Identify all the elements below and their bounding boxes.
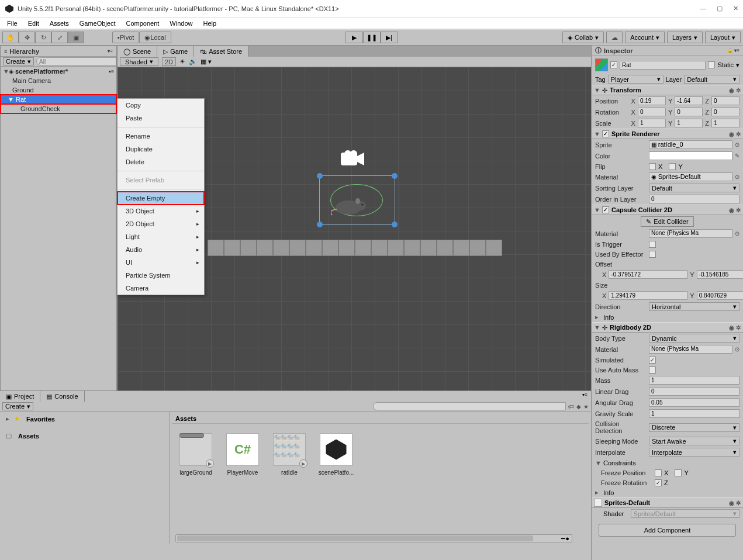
ctx-2d-object[interactable]: 2D Object▸ xyxy=(118,217,204,230)
pos-x[interactable] xyxy=(638,96,666,105)
minimize-button[interactable]: — xyxy=(700,5,706,12)
hierarchy-search[interactable] xyxy=(36,57,116,65)
search-type-icon[interactable]: ◆ xyxy=(576,403,581,410)
mass-field[interactable] xyxy=(649,376,739,385)
angulardrag-field[interactable] xyxy=(649,398,739,407)
transform-header[interactable]: ▼⊹ Transform◉ ✲ xyxy=(592,85,743,95)
handle-icon[interactable] xyxy=(317,222,323,227)
hierarchy-item-camera[interactable]: Main Camera xyxy=(1,76,116,85)
pos-y[interactable] xyxy=(675,96,703,105)
layers-dropdown[interactable]: Layers ▾ xyxy=(667,32,703,43)
rotate-tool-button[interactable]: ↻ xyxy=(35,32,51,43)
bodytype-dropdown[interactable]: Dynamic▾ xyxy=(649,334,739,343)
hand-tool-button[interactable]: ✋ xyxy=(2,32,19,43)
asset-playermove[interactable]: C# PlayerMove xyxy=(224,433,261,476)
collision-dropdown[interactable]: Discrete▾ xyxy=(649,423,739,432)
shader-dropdown[interactable]: Sprites/Default▾ xyxy=(631,509,739,518)
search-filter-icon[interactable]: 🏷 xyxy=(568,403,574,410)
search-save-icon[interactable]: ★ xyxy=(583,403,589,410)
freeze-pos-x[interactable] xyxy=(655,469,662,476)
ctx-ui[interactable]: UI▸ xyxy=(118,256,204,269)
name-field[interactable] xyxy=(620,61,706,70)
scene-root-item[interactable]: ▼◈ scenePlatformer*▾≡ xyxy=(1,67,116,76)
eyedropper-icon[interactable]: ✎ xyxy=(735,153,739,159)
tag-dropdown[interactable]: Player▾ xyxy=(608,75,663,84)
sprite-renderer-header[interactable]: ▼✓ Sprite Renderer◉ ✲ xyxy=(592,129,743,139)
layer-dropdown[interactable]: Default▾ xyxy=(684,75,739,84)
object-picker-icon[interactable]: ⊙ xyxy=(735,230,739,237)
2d-toggle[interactable]: 2D xyxy=(162,57,176,66)
ctx-particle[interactable]: Particle System xyxy=(118,269,204,282)
menu-assets[interactable]: Assets xyxy=(45,19,74,28)
interpolate-dropdown[interactable]: Interpolate▾ xyxy=(649,448,739,457)
automass-checkbox[interactable] xyxy=(649,367,656,374)
play-button[interactable]: ▶ xyxy=(345,32,363,43)
shaded-dropdown[interactable]: Shaded ▾ xyxy=(120,57,158,66)
effector-checkbox[interactable] xyxy=(649,251,656,258)
flip-x-checkbox[interactable] xyxy=(649,163,656,170)
gravity-field[interactable] xyxy=(649,409,739,418)
local-toggle[interactable]: ◉ Local xyxy=(139,32,171,43)
tab-scene[interactable]: ◯ Scene xyxy=(118,46,157,57)
trigger-checkbox[interactable] xyxy=(649,241,656,248)
hierarchy-item-groundcheck[interactable]: GroundCheck xyxy=(1,104,116,113)
move-tool-button[interactable]: ✥ xyxy=(19,32,35,43)
size-y[interactable] xyxy=(697,291,743,300)
cloud-button[interactable]: ☁ xyxy=(606,32,623,43)
fx-icon[interactable]: ▦ ▾ xyxy=(201,58,212,65)
object-picker-icon[interactable]: ⊙ xyxy=(735,141,739,148)
lighting-icon[interactable]: ☀ xyxy=(179,58,185,65)
active-checkbox[interactable]: ✓ xyxy=(610,61,617,68)
close-button[interactable]: ✕ xyxy=(733,5,738,12)
inspector-tab[interactable]: ⓘ Inspector🔒 ▾≡ xyxy=(592,46,743,56)
sleeping-dropdown[interactable]: Start Awake▾ xyxy=(649,437,739,445)
size-x[interactable] xyxy=(609,291,687,300)
hierarchy-item-rat[interactable]: ▼ Rat xyxy=(1,95,116,104)
hierarchy-create-button[interactable]: Create ▾ xyxy=(3,57,34,65)
asset-sceneplatformer[interactable]: scenePlatfo... xyxy=(318,433,354,476)
handle-icon[interactable] xyxy=(392,222,398,227)
rot-x[interactable] xyxy=(638,108,666,116)
pivot-toggle[interactable]: ▪ Pivot xyxy=(112,32,139,43)
direction-dropdown[interactable]: Horizontal▾ xyxy=(649,302,739,311)
collider-material-field[interactable]: None (Physics Ma xyxy=(649,229,732,238)
color-field[interactable] xyxy=(649,151,732,160)
ctx-create-empty[interactable]: Create Empty xyxy=(118,192,204,205)
sorting-layer-dropdown[interactable]: Default▾ xyxy=(649,184,739,192)
tab-console[interactable]: ▤ Console xyxy=(40,391,84,402)
freeze-rot-z[interactable]: ✓ xyxy=(655,479,662,486)
project-create-button[interactable]: Create ▾ xyxy=(2,402,33,410)
material-field[interactable]: ◉ Sprites-Default xyxy=(649,172,732,181)
capsule-collider-header[interactable]: ▼✓ Capsule Collider 2D◉ ✲ xyxy=(592,205,743,215)
flip-y-checkbox[interactable] xyxy=(669,163,676,170)
ctx-delete[interactable]: Delete xyxy=(118,155,204,168)
ctx-3d-object[interactable]: 3D Object▸ xyxy=(118,205,204,217)
simulated-checkbox[interactable]: ✓ xyxy=(649,357,656,364)
menu-gameobject[interactable]: GameObject xyxy=(75,19,120,28)
sprite-field[interactable]: ▦ ratIdle_0 xyxy=(649,140,732,149)
asset-ratidle[interactable]: 🐀🐀🐀🐀🐀🐀🐀🐀🐀🐀🐀🐀 ▶ ratIdle xyxy=(271,433,307,476)
tab-game[interactable]: ▷ Game xyxy=(157,46,194,57)
tab-project[interactable]: ▣ Project xyxy=(0,391,40,402)
tab-asset-store[interactable]: 🛍 Asset Store xyxy=(194,46,248,57)
pos-z[interactable] xyxy=(711,96,739,105)
handle-icon[interactable] xyxy=(392,173,398,179)
order-field[interactable] xyxy=(649,195,739,203)
menu-help[interactable]: Help xyxy=(198,19,221,28)
ctx-copy[interactable]: Copy xyxy=(118,99,204,112)
rot-y[interactable] xyxy=(675,108,703,116)
handle-icon[interactable] xyxy=(317,173,323,179)
ctx-rename[interactable]: Rename xyxy=(118,130,204,143)
account-dropdown[interactable]: Account ▾ xyxy=(625,32,665,43)
audio-icon[interactable]: 🔊 xyxy=(189,58,197,65)
scale-y[interactable] xyxy=(675,119,703,127)
static-checkbox[interactable] xyxy=(708,61,715,68)
edit-collider-button[interactable]: ✎ Edit Collider xyxy=(641,216,693,227)
rot-z[interactable] xyxy=(711,108,739,116)
ctx-light[interactable]: Light▸ xyxy=(118,230,204,243)
offset-y[interactable] xyxy=(697,270,743,279)
rect-tool-button[interactable]: ▣ xyxy=(68,32,84,43)
scale-tool-button[interactable]: ⤢ xyxy=(51,32,68,43)
ctx-paste[interactable]: Paste xyxy=(118,112,204,125)
ctx-audio[interactable]: Audio▸ xyxy=(118,243,204,256)
